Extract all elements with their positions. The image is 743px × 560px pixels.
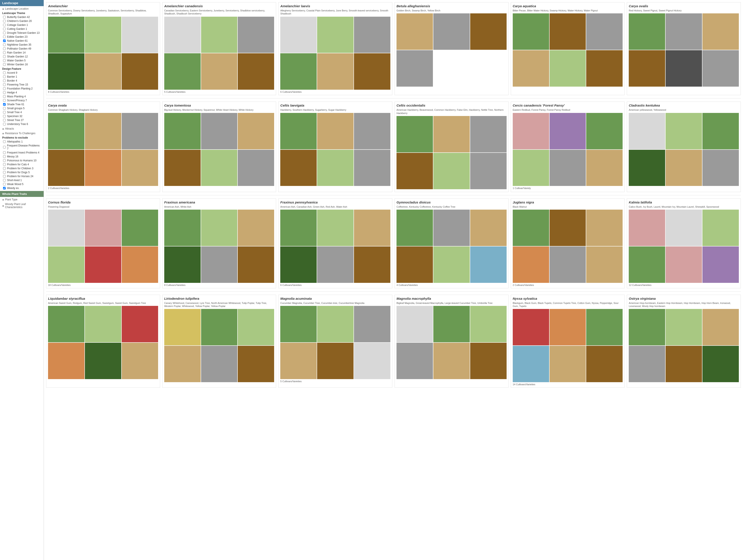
plant-image[interactable] — [586, 210, 623, 246]
plant-image[interactable] — [238, 309, 274, 345]
list-item[interactable]: Children's Garden 20 — [0, 19, 44, 23]
plant-image[interactable] — [48, 343, 84, 379]
plant-image[interactable] — [702, 346, 739, 382]
plant-image[interactable] — [48, 113, 84, 149]
checkbox[interactable] — [3, 187, 6, 189]
list-item[interactable]: Small Tree 4 — [0, 110, 44, 114]
plant-image[interactable] — [586, 247, 623, 283]
plant-image[interactable] — [470, 210, 507, 246]
list-item[interactable]: Problem for Children 3 — [0, 166, 44, 170]
plant-image[interactable] — [238, 247, 274, 283]
list-item[interactable]: Flowering Tree 15 — [0, 83, 44, 87]
plant-image[interactable] — [164, 17, 201, 53]
attracts-section[interactable]: ◉ Attracts — [0, 126, 44, 131]
plant-image[interactable] — [201, 247, 237, 283]
checkbox[interactable] — [3, 119, 6, 122]
plant-image[interactable] — [164, 210, 201, 246]
plant-image[interactable] — [586, 113, 623, 149]
plant-image[interactable] — [470, 247, 507, 283]
list-item[interactable]: Rain Garden 14 — [0, 51, 44, 55]
list-item[interactable]: Shade Tree 61 — [0, 102, 44, 106]
list-item[interactable]: Pollinator Garden 49 — [0, 47, 44, 51]
plant-image[interactable] — [48, 210, 84, 246]
plant-image[interactable] — [85, 247, 121, 283]
plant-image[interactable] — [85, 306, 121, 342]
plant-card[interactable]: Juglans nigraBlack Walnut2 Cultivars/Var… — [511, 199, 625, 288]
checkbox[interactable] — [3, 123, 6, 125]
plant-image[interactable] — [396, 50, 433, 87]
plant-image[interactable] — [666, 13, 702, 50]
plant-card[interactable]: Cladrastis kentukeaAmerican yellowwood, … — [627, 101, 741, 192]
plant-image[interactable] — [238, 150, 274, 186]
plant-image[interactable] — [550, 210, 586, 246]
list-item[interactable]: Messy 16 — [0, 155, 44, 159]
checkbox[interactable] — [3, 39, 6, 42]
landscape-location-section[interactable]: ◉ Landscape Location — [0, 6, 44, 11]
plant-image[interactable] — [396, 13, 433, 50]
plant-image[interactable] — [550, 346, 586, 382]
plant-image[interactable] — [433, 153, 470, 189]
plant-image[interactable] — [470, 116, 507, 153]
plant-image[interactable] — [317, 306, 353, 342]
plant-image[interactable] — [666, 247, 702, 283]
plant-image[interactable] — [702, 210, 739, 246]
plant-image[interactable] — [201, 210, 237, 246]
plant-image[interactable] — [396, 247, 433, 283]
plant-card[interactable]: Kalmia latifoliaCalico Bush, Ivy Bush, L… — [627, 199, 741, 288]
plant-image[interactable] — [238, 113, 274, 149]
plant-card[interactable]: Amelanchier canadensisCanadian Servicebe… — [162, 2, 276, 95]
plant-image[interactable] — [164, 309, 201, 345]
checkbox[interactable] — [3, 47, 6, 50]
plant-image[interactable] — [396, 343, 433, 379]
plant-image[interactable] — [201, 17, 237, 53]
plant-image[interactable] — [586, 13, 623, 50]
plant-image[interactable] — [513, 150, 549, 186]
plant-image[interactable] — [702, 309, 739, 345]
list-item[interactable]: Drought Tolerant Garden 13 — [0, 31, 44, 35]
plant-image[interactable] — [550, 50, 586, 87]
plant-image[interactable] — [317, 343, 353, 379]
plant-image[interactable] — [629, 13, 665, 50]
checkbox[interactable] — [3, 43, 6, 46]
plant-image[interactable] — [586, 346, 623, 382]
plant-image[interactable] — [164, 113, 201, 149]
list-item[interactable]: Street Tree 27 — [0, 118, 44, 122]
checkbox[interactable] — [3, 155, 6, 158]
plant-image[interactable] — [201, 309, 237, 345]
checkbox[interactable] — [3, 183, 6, 185]
plant-card[interactable]: Magnolia acuminataCucumber Magnolia, Cuc… — [278, 295, 392, 388]
plant-image[interactable] — [666, 150, 702, 186]
plant-image[interactable] — [354, 150, 390, 186]
plant-image[interactable] — [48, 247, 84, 283]
plant-card[interactable]: Betula alleghaniensisGolden Birch, Swamp… — [395, 2, 509, 95]
plant-image[interactable] — [201, 346, 237, 382]
plant-image[interactable] — [317, 150, 353, 186]
plant-image[interactable] — [122, 150, 158, 186]
plant-image[interactable] — [48, 53, 84, 90]
checkbox[interactable] — [3, 99, 6, 102]
plant-image[interactable] — [238, 346, 274, 382]
list-item[interactable]: Water Garden 5 — [0, 58, 44, 62]
plant-image[interactable] — [513, 13, 549, 50]
plant-image[interactable] — [122, 343, 158, 379]
plant-image[interactable] — [513, 346, 549, 382]
list-item[interactable]: Frequent Insect Problems 4 — [0, 150, 44, 155]
plant-card[interactable]: Nyssa sylvaticaBlackgum, Black Gum, Blac… — [511, 295, 625, 388]
plant-card[interactable]: Ostrya virginianaAmerican Hop-hornbeam, … — [627, 295, 741, 388]
plant-image[interactable] — [629, 150, 665, 186]
list-item[interactable]: Small groups 5 — [0, 106, 44, 110]
plant-image[interactable] — [354, 210, 390, 246]
plant-image[interactable] — [470, 343, 507, 379]
plant-image[interactable] — [433, 210, 470, 246]
plant-image[interactable] — [201, 53, 237, 90]
plant-image[interactable] — [164, 150, 201, 186]
list-item[interactable]: Problem for Cats 4 — [0, 163, 44, 166]
plant-image[interactable] — [666, 346, 702, 382]
checkbox[interactable] — [3, 167, 6, 170]
plant-image[interactable] — [629, 247, 665, 283]
plant-image[interactable] — [122, 53, 158, 90]
plant-card[interactable]: Fraxinus americanaAmerican Ash, White As… — [162, 199, 276, 288]
plant-card[interactable]: Fraxinus pennsylvanicaAmerican Ash, Cana… — [278, 199, 392, 288]
list-item[interactable]: Border 4 — [0, 79, 44, 83]
checkbox[interactable] — [3, 79, 6, 82]
